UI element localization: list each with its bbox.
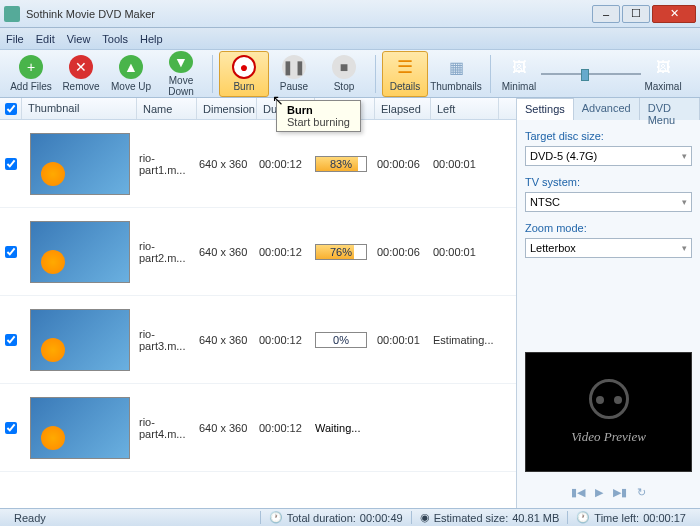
pause-button[interactable]: ❚❚Pause bbox=[269, 51, 319, 97]
col-left[interactable]: Left bbox=[431, 98, 499, 119]
chevron-down-icon: ▾ bbox=[682, 243, 687, 253]
maximal-icon: 🖼 bbox=[651, 55, 675, 79]
estimated-size-value: 40.81 MB bbox=[512, 512, 559, 524]
dimension-value: 640 x 360 bbox=[197, 334, 257, 346]
preview-controls: ▮◀ ▶ ▶▮ ↻ bbox=[525, 480, 692, 504]
estimated-size-label: Estimated size: bbox=[434, 512, 509, 524]
dimension-value: 640 x 360 bbox=[197, 158, 257, 170]
table-row[interactable]: rio-part1.m...640 x 36000:00:1283%00:00:… bbox=[0, 120, 516, 208]
clock-icon: 🕐 bbox=[269, 511, 283, 524]
file-name: rio-part3.m... bbox=[137, 328, 197, 352]
maximal-button[interactable]: 🖼Maximal bbox=[641, 51, 685, 97]
menu-edit[interactable]: Edit bbox=[36, 33, 55, 45]
progress-bar: 0% bbox=[315, 332, 367, 348]
tab-settings[interactable]: Settings bbox=[517, 98, 574, 120]
progress-bar: 76% bbox=[315, 244, 367, 260]
table-row[interactable]: rio-part2.m...640 x 36000:00:1276%00:00:… bbox=[0, 208, 516, 296]
stop-button[interactable]: ■Stop bbox=[319, 51, 369, 97]
tab-advanced[interactable]: Advanced bbox=[574, 98, 640, 120]
statusbar: Ready 🕐Total duration: 00:00:49 ◉Estimat… bbox=[0, 508, 700, 526]
thumbnail-image bbox=[30, 133, 130, 195]
up-icon: ▲ bbox=[119, 55, 143, 79]
column-header: Thumbnail Name Dimension Duration Status… bbox=[0, 98, 516, 120]
play-button[interactable]: ▶ bbox=[595, 486, 603, 499]
burn-button[interactable]: ●Burn bbox=[219, 51, 269, 97]
file-list: Thumbnail Name Dimension Duration Status… bbox=[0, 98, 517, 508]
details-icon: ☰ bbox=[393, 55, 417, 79]
zoom-mode-select[interactable]: Letterbox▾ bbox=[525, 238, 692, 258]
time-left-value: 00:00:17 bbox=[643, 512, 686, 524]
row-checkbox[interactable] bbox=[5, 246, 17, 258]
col-elapsed[interactable]: Elapsed bbox=[375, 98, 431, 119]
target-disc-select[interactable]: DVD-5 (4.7G)▾ bbox=[525, 146, 692, 166]
menu-help[interactable]: Help bbox=[140, 33, 163, 45]
row-checkbox[interactable] bbox=[5, 422, 17, 434]
move-down-button[interactable]: ▼Move Down bbox=[156, 51, 206, 97]
table-row[interactable]: rio-part4.m...640 x 36000:00:12Waiting..… bbox=[0, 384, 516, 472]
table-row[interactable]: rio-part3.m...640 x 36000:00:120%00:00:0… bbox=[0, 296, 516, 384]
pause-icon: ❚❚ bbox=[282, 55, 306, 79]
prev-button[interactable]: ▮◀ bbox=[571, 486, 585, 499]
tab-dvd-menu[interactable]: DVD Menu bbox=[640, 98, 700, 120]
tv-system-select[interactable]: NTSC▾ bbox=[525, 192, 692, 212]
down-icon: ▼ bbox=[169, 51, 193, 73]
duration-value: 00:00:12 bbox=[257, 334, 315, 346]
elapsed-value: 00:00:06 bbox=[375, 158, 431, 170]
duration-value: 00:00:12 bbox=[257, 158, 315, 170]
close-button[interactable]: ✕ bbox=[652, 5, 696, 23]
menu-view[interactable]: View bbox=[67, 33, 91, 45]
remove-button[interactable]: ✕Remove bbox=[56, 51, 106, 97]
tv-system-label: TV system: bbox=[525, 176, 692, 188]
zoom-mode-label: Zoom mode: bbox=[525, 222, 692, 234]
maximize-button[interactable]: ☐ bbox=[622, 5, 650, 23]
menu-file[interactable]: File bbox=[6, 33, 24, 45]
minimal-icon: 🖼 bbox=[507, 55, 531, 79]
left-value: Estimating... bbox=[431, 334, 499, 346]
select-all-checkbox[interactable] bbox=[5, 103, 17, 115]
total-duration-label: Total duration: bbox=[287, 512, 356, 524]
duration-value: 00:00:12 bbox=[257, 422, 315, 434]
minimal-button[interactable]: 🖼Minimal bbox=[497, 51, 541, 97]
file-name: rio-part1.m... bbox=[137, 152, 197, 176]
stop-icon: ■ bbox=[332, 55, 356, 79]
file-name: rio-part2.m... bbox=[137, 240, 197, 264]
add-files-button[interactable]: +Add Files bbox=[6, 51, 56, 97]
left-value: 00:00:01 bbox=[431, 158, 499, 170]
burn-tooltip: Burn Start burning bbox=[276, 100, 361, 132]
file-name: rio-part4.m... bbox=[137, 416, 197, 440]
sidebar: Settings Advanced DVD Menu Target disc s… bbox=[517, 98, 700, 508]
row-checkbox[interactable] bbox=[5, 158, 17, 170]
thumbnails-icon: ▦ bbox=[444, 55, 468, 79]
plus-icon: + bbox=[19, 55, 43, 79]
thumbnail-image bbox=[30, 309, 130, 371]
col-name[interactable]: Name bbox=[137, 98, 197, 119]
clock-icon: 🕐 bbox=[576, 511, 590, 524]
next-button[interactable]: ▶▮ bbox=[613, 486, 627, 499]
thumbnails-button[interactable]: ▦Thumbnails bbox=[428, 51, 484, 97]
record-icon: ● bbox=[232, 55, 256, 79]
col-thumbnail[interactable]: Thumbnail bbox=[22, 98, 137, 119]
move-up-button[interactable]: ▲Move Up bbox=[106, 51, 156, 97]
repeat-button[interactable]: ↻ bbox=[637, 486, 646, 499]
menubar: File Edit View Tools Help bbox=[0, 28, 700, 50]
app-icon bbox=[4, 6, 20, 22]
time-left-label: Time left: bbox=[594, 512, 639, 524]
dimension-value: 640 x 360 bbox=[197, 246, 257, 258]
dimension-value: 640 x 360 bbox=[197, 422, 257, 434]
col-dimension[interactable]: Dimension bbox=[197, 98, 257, 119]
row-checkbox[interactable] bbox=[5, 334, 17, 346]
reel-icon bbox=[589, 379, 629, 419]
duration-value: 00:00:12 bbox=[257, 246, 315, 258]
disc-icon: ◉ bbox=[420, 511, 430, 524]
x-icon: ✕ bbox=[69, 55, 93, 79]
cursor-icon: ↖ bbox=[272, 92, 284, 108]
status-text: Waiting... bbox=[315, 422, 360, 434]
target-disc-label: Target disc size: bbox=[525, 130, 692, 142]
elapsed-value: 00:00:06 bbox=[375, 246, 431, 258]
zoom-slider[interactable] bbox=[541, 73, 641, 75]
details-button[interactable]: ☰Details bbox=[382, 51, 428, 97]
menu-tools[interactable]: Tools bbox=[102, 33, 128, 45]
progress-bar: 83% bbox=[315, 156, 367, 172]
total-duration-value: 00:00:49 bbox=[360, 512, 403, 524]
minimize-button[interactable]: – bbox=[592, 5, 620, 23]
